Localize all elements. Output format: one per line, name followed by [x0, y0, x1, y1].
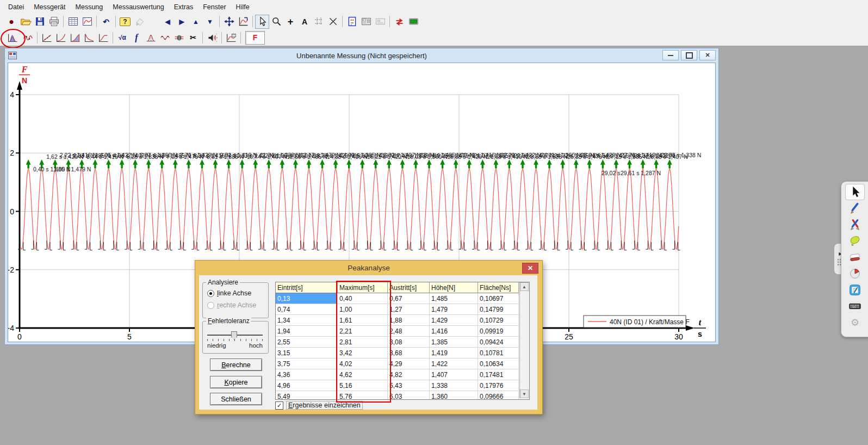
mark-curve-button[interactable] [21, 30, 35, 45]
table-cell[interactable]: 1,479 [430, 304, 478, 315]
table-cell[interactable]: 0,40 [338, 293, 388, 304]
column-header-2[interactable]: Maximum[s] [338, 282, 388, 293]
sound-button[interactable] [205, 30, 219, 45]
dialog-close-button[interactable]: ✕ [522, 263, 538, 274]
table-cell[interactable]: 0,67 [388, 293, 430, 304]
cut-button[interactable]: ✂ [186, 30, 200, 45]
table-row[interactable]: 2,552,813,081,3850,09424 [276, 337, 529, 348]
table-cell[interactable]: 0,10634 [478, 359, 519, 369]
table-cell[interactable]: 0,10729 [478, 315, 519, 326]
ergebnisse-checkbox-row[interactable]: ✓ Ergebnisse einzeichnen [275, 401, 363, 410]
table-cell[interactable]: 1,485 [430, 293, 478, 304]
close-window-button[interactable]: ✕ [699, 50, 716, 60]
checkbox-checked-icon[interactable]: ✓ [275, 401, 283, 410]
quantity-f-indicator[interactable]: F [245, 31, 265, 45]
grid-tool-button[interactable] [312, 15, 326, 29]
table-cell[interactable]: 0,17976 [478, 380, 519, 391]
table-cell[interactable]: 3,15 [276, 348, 338, 359]
record-button[interactable]: ● [4, 15, 18, 29]
table-cell[interactable]: 2,55 [276, 337, 338, 348]
fit-exponential-button[interactable] [82, 30, 96, 45]
side-settings-button[interactable]: ⚙ [845, 314, 865, 331]
column-header-3[interactable]: Austritt[s] [388, 282, 430, 293]
prev-value-button[interactable]: ◀ [160, 15, 175, 29]
menu-hilfe[interactable]: Hilfe [231, 2, 255, 13]
berechne-button[interactable]: Berechne [210, 359, 262, 371]
mean-value-button[interactable]: √α [115, 30, 129, 45]
move-axes-button[interactable] [222, 15, 236, 29]
menu-messauswertung[interactable]: Messauswertung [108, 2, 169, 13]
side-eraser-button[interactable] [845, 249, 865, 265]
crosshair-tool-button[interactable]: + [283, 15, 297, 29]
table-cell[interactable]: 1,385 [430, 337, 478, 348]
fit-smooth-button[interactable] [96, 30, 110, 45]
menu-messung[interactable]: Messung [71, 2, 108, 13]
tolerance-slider-track[interactable] [207, 335, 263, 336]
menu-extras[interactable]: Extras [169, 2, 198, 13]
table-row[interactable]: 0,741,001,271,4790,14799 [276, 304, 529, 315]
side-highlighter-button[interactable] [845, 233, 865, 249]
side-keyboard-button[interactable] [845, 298, 865, 314]
side-pen-button[interactable] [845, 200, 865, 217]
dialog-titlebar[interactable]: Peakanalyse [195, 261, 542, 275]
table-cell[interactable]: 1,360 [430, 391, 478, 399]
diagram-view-button[interactable] [80, 15, 94, 29]
fit-integral-button[interactable] [68, 30, 82, 45]
table-cell[interactable]: 1,00 [338, 304, 388, 315]
table-cell[interactable]: 4,36 [276, 369, 338, 380]
table-cell[interactable]: 5,49 [276, 391, 338, 399]
table-cell[interactable]: 2,48 [388, 326, 430, 337]
text-tool-button[interactable]: A [297, 15, 312, 29]
menu-datei[interactable]: Datei [3, 2, 29, 13]
table-cell[interactable]: 3,75 [276, 359, 338, 369]
table-cell[interactable]: 4,02 [338, 359, 388, 369]
column-header-5[interactable]: Fläche[Ns] [478, 282, 519, 293]
table-cell[interactable]: 0,09666 [478, 391, 519, 399]
zoom-fit-button[interactable] [236, 15, 250, 29]
pointer-tool-button[interactable] [255, 15, 269, 29]
table-row[interactable]: 5,495,766,031,3600,09666 [276, 391, 529, 399]
diagram-settings-button[interactable] [224, 30, 238, 45]
table-cell[interactable]: 0,17481 [478, 369, 519, 380]
table-cell[interactable]: 1,407 [430, 369, 478, 380]
window-titlebar[interactable]: Unbenannte Messung (Nicht gespeichert) ✕ [5, 48, 718, 63]
table-row[interactable]: 1,942,212,481,4160,09919 [276, 326, 529, 337]
side-dual-pen-button[interactable] [845, 217, 865, 233]
table-cell[interactable]: 5,76 [338, 391, 388, 399]
smooth-button[interactable] [172, 30, 186, 45]
table-row[interactable]: 3,754,024,291,4220,10634 [276, 359, 529, 369]
menu-fenster[interactable]: Fenster [198, 2, 231, 13]
table-cell[interactable]: 3,08 [388, 337, 430, 348]
minimize-button[interactable] [662, 50, 679, 60]
table-cell[interactable]: 6,03 [388, 391, 430, 399]
side-right-click-button[interactable] [845, 265, 865, 282]
table-cell[interactable]: 1,338 [430, 380, 478, 391]
table-cell[interactable]: 1,27 [388, 304, 430, 315]
up-value-button[interactable]: ▲ [189, 15, 203, 29]
down-value-button[interactable]: ▼ [203, 15, 217, 29]
save-button[interactable] [33, 15, 47, 29]
table-cell[interactable]: 1,422 [430, 359, 478, 369]
table-cell[interactable]: 4,82 [388, 369, 430, 380]
formula-button[interactable]: f [129, 30, 144, 45]
table-cell[interactable]: 3,42 [338, 348, 388, 359]
table-cell[interactable]: 3,68 [388, 348, 430, 359]
gaussian-button[interactable] [144, 30, 158, 45]
radio-rechte-achse[interactable]: rechte Achse [207, 301, 256, 309]
fit-line-button[interactable] [40, 30, 54, 45]
table-cell[interactable]: 0,13 [276, 293, 338, 304]
table-cell[interactable]: 4,96 [276, 380, 338, 391]
table-row[interactable]: 4,965,165,431,3380,17976 [276, 380, 529, 391]
data-transfer-button[interactable] [392, 15, 406, 29]
table-cell[interactable]: 5,16 [338, 380, 388, 391]
table-cell[interactable]: 2,21 [338, 326, 388, 337]
next-value-button[interactable]: ▶ [175, 15, 189, 29]
table-cell[interactable]: 4,29 [388, 359, 430, 369]
open-button[interactable] [18, 15, 33, 29]
table-cell[interactable]: 4,62 [338, 369, 388, 380]
table-cell[interactable]: 0,10781 [478, 348, 519, 359]
display-on-button[interactable] [406, 15, 420, 29]
scroll-down-button[interactable]: ▼ [520, 390, 529, 398]
table-row[interactable]: 0,130,400,671,4850,10697 [276, 293, 529, 304]
delete-button[interactable] [132, 15, 146, 29]
